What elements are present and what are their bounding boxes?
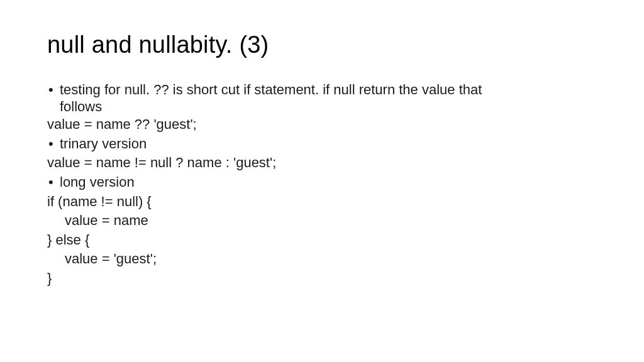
bullet-item-2: trinary version bbox=[47, 135, 597, 153]
slide-content: testing for null. ?? is short cut if sta… bbox=[47, 81, 597, 288]
code-line-3c: } else { bbox=[47, 231, 597, 250]
code-line-3e: } bbox=[47, 270, 597, 288]
code-line-2: value = name != null ? name : 'guest'; bbox=[47, 154, 597, 172]
code-line-1: value = name ?? 'guest'; bbox=[47, 116, 597, 134]
bullet-item-3: long version bbox=[47, 173, 597, 192]
bullet-text-line1: testing for null. ?? is short cut if sta… bbox=[60, 82, 482, 97]
code-line-3b: value = name bbox=[47, 212, 597, 230]
bullet-text-3: long version bbox=[60, 174, 135, 190]
bullet-text-2: trinary version bbox=[60, 136, 147, 151]
bullet-text-line2: follows bbox=[47, 98, 597, 116]
slide-title: null and nullabity. (3) bbox=[47, 31, 597, 58]
code-line-3d: value = 'guest'; bbox=[47, 250, 597, 268]
bullet-item-1: testing for null. ?? is short cut if sta… bbox=[47, 81, 597, 99]
code-line-3a: if (name != null) { bbox=[47, 193, 597, 211]
